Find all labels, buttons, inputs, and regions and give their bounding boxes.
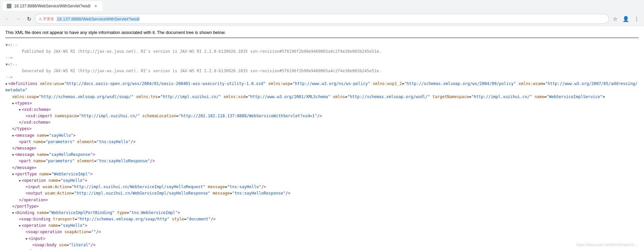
address-highlight: 18.137:8888/WebServiceWithServlet?wsdl <box>56 16 140 22</box>
tab-bar: 18.137:8888/WebServiceWithServlet?wsdl ✕ <box>0 0 644 12</box>
xml-porttype-output: <output wsam:Action="http://impl.xuzihui… <box>5 190 639 197</box>
xml-definitions-line1: <definitions xmlns:wsu="http://docs.oasi… <box>5 81 639 93</box>
xml-porttype-open: <portType name="WebServiceImpl"> <box>5 171 639 177</box>
xml-binding-op-open: <operation name="sayHello"> <box>5 222 639 229</box>
nav-bar: ← → ↻ ⚠ 不安全 18.137:8888/WebServiceWithSe… <box>0 12 644 26</box>
account-button[interactable]: 👤 <box>621 14 631 24</box>
xml-soap-binding: <soap:binding transport="http://schemas.… <box>5 216 639 222</box>
xml-comment1-close: --> <box>5 55 639 61</box>
security-indicator: ⚠ 不安全 <box>39 16 54 22</box>
xml-porttype-close: </portType> <box>5 203 639 210</box>
xml-types-close: </types> <box>5 126 639 132</box>
xml-xsd-import: <xsd:import namespace="http://impl.xuzih… <box>5 113 639 119</box>
xml-message-sayhelloresp-open: <message name="sayHelloResponse"> <box>5 152 639 158</box>
xml-soap-operation: <soap:operation soapAction=""/> <box>5 229 639 235</box>
xml-binding-input-close: </input> <box>5 248 639 250</box>
xml-porttype-input: <input wsam:Action="http://impl.xuzihui.… <box>5 184 639 190</box>
xml-binding-input-open: <input> <box>5 236 639 242</box>
xml-comment1-open: ▼<!-- <box>5 42 639 48</box>
xml-xsd-schema-close: </xsd:schema> <box>5 119 639 126</box>
forward-button[interactable]: → <box>13 14 23 24</box>
xml-message-sayhello-open: <message name="sayHello"> <box>5 132 639 139</box>
xml-message-sayhello-part: <part name="parameters" element="tns:say… <box>5 139 639 145</box>
content-area: This XML file does not appear to have an… <box>0 26 644 250</box>
xml-comment2-close: --> <box>5 74 639 81</box>
xml-comment2-open: ▼<!-- <box>5 61 639 68</box>
tab-favicon <box>7 4 11 8</box>
browser-chrome: 18.137:8888/WebServiceWithServlet?wsdl ✕… <box>0 0 644 26</box>
nav-actions: ☆ 👤 ⋮ <box>610 14 641 24</box>
xml-comment1-body: Published by JAX-WS RI (http://jax-ws.ja… <box>5 48 639 55</box>
tab-close-button[interactable]: ✕ <box>93 3 99 9</box>
xml-xsd-schema-open: <xsd:schema> <box>5 107 639 113</box>
watermark: https://blog.csdn.net/bronzehamme... <box>576 243 637 247</box>
xml-comment2-body: Generated by JAX-WS RI (http://jax-ws.ja… <box>5 68 639 74</box>
tab-title: 18.137:8888/WebServiceWithServlet?wsdl <box>14 4 90 8</box>
bookmark-button[interactable]: ☆ <box>610 14 620 24</box>
xml-binding-open: <binding name="WebServiceImplPortBinding… <box>5 210 639 216</box>
xml-message-sayhelloresp-part: <part name="parameters" element="tns:say… <box>5 158 639 164</box>
menu-button[interactable]: ⋮ <box>632 14 641 24</box>
security-label: 不安全 <box>43 16 54 22</box>
xml-content: ▼<!-- Published by JAX-WS RI (http://jax… <box>5 42 639 250</box>
address-text: 18.137:8888/WebServiceWithServlet?wsdl <box>56 16 140 22</box>
xml-porttype-op-open: <operation name="sayHello"> <box>5 177 639 184</box>
active-tab[interactable]: 18.137:8888/WebServiceWithServlet?wsdl ✕ <box>3 1 103 11</box>
xml-message-sayhelloresp-close: </message> <box>5 165 639 171</box>
xml-definitions-line2: xmlns:soap="http://schemas.xmlsoap.org/w… <box>5 94 639 100</box>
address-bar[interactable]: ⚠ 不安全 18.137:8888/WebServiceWithServlet?… <box>35 14 609 24</box>
xml-porttype-op-close: </operation> <box>5 197 639 203</box>
reload-button[interactable]: ↻ <box>24 14 34 24</box>
xml-binding-input-body: <soap:body use="literal"/> <box>5 242 639 248</box>
back-button[interactable]: ← <box>3 14 12 24</box>
info-message: This XML file does not appear to have an… <box>5 30 639 38</box>
xml-message-sayhello-close: </message> <box>5 145 639 152</box>
xml-types-open: <types> <box>5 100 639 107</box>
